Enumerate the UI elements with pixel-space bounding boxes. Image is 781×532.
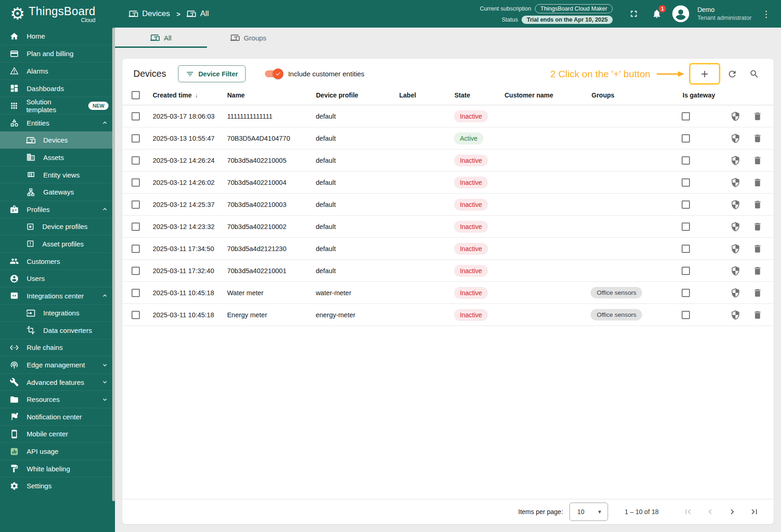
row-checkbox[interactable]: [132, 200, 140, 209]
column-groups[interactable]: Groups: [591, 92, 683, 99]
trial-status-chip[interactable]: Trial ends on the Apr 10, 2025: [522, 16, 613, 24]
breadcrumb-all[interactable]: All: [187, 9, 209, 18]
sidebar-scrollbar[interactable]: [112, 28, 115, 501]
delete-icon[interactable]: [752, 133, 763, 143]
table-row[interactable]: 2025-03-13 10:55:47 70B3D5A4D4104770 def…: [122, 127, 774, 149]
security-shield-icon[interactable]: [730, 266, 741, 276]
last-page-button[interactable]: [745, 503, 764, 521]
delete-icon[interactable]: [752, 200, 763, 210]
delete-icon[interactable]: [752, 155, 763, 166]
tab-all[interactable]: All: [115, 28, 207, 48]
column-label[interactable]: Label: [399, 92, 454, 99]
table-row[interactable]: 2025-03-11 10:45:18 Energy meter energy-…: [122, 304, 774, 326]
sidebar-section-advanced-features[interactable]: Advanced features: [0, 373, 115, 391]
security-shield-icon[interactable]: [730, 155, 741, 166]
fullscreen-button[interactable]: [626, 6, 642, 22]
table-row[interactable]: 2025-03-11 10:45:18 Water meter water-me…: [122, 282, 774, 304]
row-checkbox[interactable]: [132, 267, 140, 275]
gateway-checkbox[interactable]: [682, 112, 690, 120]
security-shield-icon[interactable]: [730, 288, 741, 298]
row-checkbox[interactable]: [132, 311, 140, 319]
group-chip[interactable]: Office sensors: [591, 309, 642, 320]
delete-icon[interactable]: [752, 111, 763, 121]
include-customer-entities-toggle[interactable]: Include customer entities: [265, 70, 364, 78]
delete-icon[interactable]: [752, 266, 763, 276]
next-page-button[interactable]: [723, 503, 741, 521]
row-checkbox[interactable]: [132, 245, 140, 253]
delete-icon[interactable]: [752, 177, 763, 188]
gateway-checkbox[interactable]: [682, 289, 690, 297]
sidebar-item-mobile-center[interactable]: Mobile center: [0, 425, 115, 443]
sidebar-item-data-converters[interactable]: Data converters: [0, 321, 115, 339]
column-name[interactable]: Name: [227, 92, 316, 99]
sidebar-item-api-usage[interactable]: API usage: [0, 442, 115, 460]
security-shield-icon[interactable]: [730, 111, 741, 121]
row-checkbox[interactable]: [132, 178, 140, 187]
sidebar-item-assets[interactable]: Assets: [0, 149, 115, 166]
breadcrumb-devices[interactable]: Devices: [129, 9, 170, 18]
sidebar-section-profiles[interactable]: Profiles: [0, 200, 115, 218]
tab-groups[interactable]: Groups: [207, 28, 290, 48]
security-shield-icon[interactable]: [730, 222, 741, 232]
column-device-profile[interactable]: Device profile: [316, 92, 399, 99]
sidebar-item-settings[interactable]: Settings: [0, 477, 115, 494]
sidebar-item-gateways[interactable]: Gateways: [0, 183, 115, 200]
row-checkbox[interactable]: [132, 156, 140, 165]
add-device-button[interactable]: +: [689, 63, 720, 85]
row-checkbox[interactable]: [132, 289, 140, 297]
delete-icon[interactable]: [752, 244, 763, 254]
column-customer-name[interactable]: Customer name: [505, 92, 591, 99]
gateway-checkbox[interactable]: [682, 178, 690, 187]
device-filter-button[interactable]: Device Filter: [178, 65, 246, 82]
security-shield-icon[interactable]: [730, 133, 741, 143]
subscription-chip[interactable]: ThingsBoard Cloud Maker: [535, 4, 613, 13]
delete-icon[interactable]: [752, 222, 763, 232]
search-button[interactable]: [745, 65, 764, 83]
sidebar-item-dashboards[interactable]: Dashboards: [0, 80, 115, 97]
table-row[interactable]: 2025-03-12 14:23:32 70b3d5a402210002 def…: [122, 216, 774, 238]
security-shield-icon[interactable]: [730, 177, 741, 188]
delete-icon[interactable]: [752, 310, 763, 320]
column-created-time[interactable]: Created time ↓: [153, 92, 227, 99]
row-checkbox[interactable]: [132, 112, 140, 120]
table-row[interactable]: 2025-03-11 17:34:50 70b3d5a4d2121230 def…: [122, 238, 774, 260]
notifications-button[interactable]: 1: [649, 6, 665, 22]
sidebar-item-asset-profiles[interactable]: Asset profiles: [0, 235, 115, 252]
sidebar-section-edge-management[interactable]: Edge management: [0, 356, 115, 373]
logo[interactable]: ⚙ ThingsBoard Cloud: [0, 5, 115, 23]
column-is-gateway[interactable]: Is gateway: [683, 92, 731, 99]
gateway-checkbox[interactable]: [682, 223, 690, 231]
sidebar-item-plan-and-billing[interactable]: Plan and billing: [0, 45, 115, 63]
gateway-checkbox[interactable]: [682, 156, 690, 165]
sidebar-section-entities[interactable]: Entities: [0, 114, 115, 132]
gateway-checkbox[interactable]: [682, 134, 690, 143]
sidebar-item-white-labeling[interactable]: White labeling: [0, 460, 115, 477]
user-avatar[interactable]: [672, 5, 690, 23]
column-state[interactable]: State: [454, 92, 505, 99]
table-row[interactable]: 2025-03-12 14:26:02 70b3d5a402210004 def…: [122, 172, 774, 194]
table-row[interactable]: 2025-03-12 14:25:37 70b3d5a402210003 def…: [122, 194, 774, 216]
select-all-checkbox[interactable]: [132, 91, 140, 99]
security-shield-icon[interactable]: [730, 310, 741, 320]
refresh-button[interactable]: [723, 65, 741, 83]
table-row[interactable]: 2025-03-17 18:06:03 11111111111111 defau…: [122, 105, 774, 127]
row-checkbox[interactable]: [132, 134, 140, 143]
gateway-checkbox[interactable]: [682, 200, 690, 209]
sidebar-item-rule-chains[interactable]: Rule chains: [0, 339, 115, 356]
gateway-checkbox[interactable]: [682, 267, 690, 275]
sidebar-item-customers[interactable]: Customers: [0, 252, 115, 270]
sidebar-item-device-profiles[interactable]: Device profiles: [0, 218, 115, 235]
sidebar-item-home[interactable]: Home: [0, 28, 115, 45]
table-row[interactable]: 2025-03-11 17:32:40 70b3d5a402210001 def…: [122, 260, 774, 282]
sidebar-item-notification-center[interactable]: Notification center: [0, 408, 115, 425]
sidebar-item-users[interactable]: Users: [0, 269, 115, 287]
table-row[interactable]: 2025-03-12 14:26:24 70b3d5a402210005 def…: [122, 149, 774, 172]
sidebar-item-alarms[interactable]: Alarms: [0, 62, 115, 80]
sidebar-item-solution-templates[interactable]: Solution templates NEW: [0, 97, 115, 114]
security-shield-icon[interactable]: [730, 200, 741, 210]
sidebar-item-integrations[interactable]: Integrations: [0, 304, 115, 322]
gateway-checkbox[interactable]: [682, 311, 690, 319]
security-shield-icon[interactable]: [730, 244, 741, 254]
first-page-button[interactable]: [679, 503, 697, 521]
sidebar-section-resources[interactable]: Resources: [0, 390, 115, 408]
